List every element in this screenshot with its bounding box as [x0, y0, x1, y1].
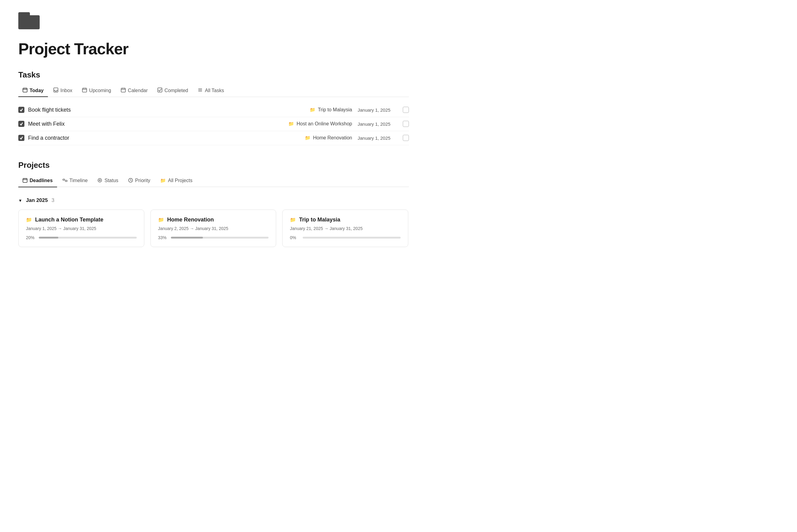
all-projects-icon: 📁	[160, 178, 166, 183]
progress-bar-fill-1	[39, 237, 58, 239]
tab-timeline[interactable]: Timeline	[58, 175, 92, 187]
table-row: Book flight tickets 📁 Trip to Malaysia J…	[18, 103, 409, 117]
svg-point-24	[98, 178, 101, 182]
inbox-icon	[53, 88, 58, 93]
all-tasks-icon	[198, 88, 203, 93]
folder-icon-project-1: 📁	[26, 217, 32, 223]
group-count: 3	[52, 197, 54, 204]
task-project-2: 📁 Host an Online Workshop	[288, 121, 352, 127]
svg-rect-0	[23, 88, 27, 92]
project-dates-2: January 2, 2025 → January 31, 2025	[158, 226, 269, 231]
projects-section-title: Projects	[18, 160, 409, 170]
svg-rect-5	[82, 88, 87, 92]
tab-today[interactable]: Today	[18, 84, 48, 97]
task-left: Find a contractor	[18, 135, 69, 141]
svg-rect-22	[63, 179, 65, 180]
progress-bar-fill-2	[171, 237, 203, 239]
folder-icon-task-1: 📁	[310, 107, 316, 113]
task-complete-checkbox-3[interactable]	[403, 135, 409, 141]
task-left: Meet with Felix	[18, 121, 65, 127]
progress-label-2: 33%	[158, 235, 168, 240]
task-project-3: 📁 Home Renovation	[305, 135, 352, 140]
calendar-icon	[121, 88, 126, 93]
folder-icon-project-3: 📁	[290, 217, 296, 223]
progress-bar-bg-1	[39, 237, 137, 239]
task-date-1: January 1, 2025	[358, 107, 397, 113]
task-checkbox-2[interactable]	[18, 121, 24, 127]
header-icon	[18, 12, 409, 31]
svg-rect-9	[121, 88, 126, 92]
group-arrow-icon: ▼	[18, 198, 22, 203]
progress-label-3: 0%	[290, 235, 300, 240]
task-right-1: 📁 Trip to Malaysia January 1, 2025	[310, 107, 409, 113]
tab-upcoming[interactable]: Upcoming	[78, 84, 115, 97]
project-card-title-1: 📁 Launch a Notion Template	[26, 216, 137, 223]
timeline-icon	[62, 178, 68, 184]
task-date-3: January 1, 2025	[358, 135, 397, 140]
tasks-tabs: Today Inbox Upcoming	[18, 84, 409, 97]
folder-icon-task-3: 📁	[305, 135, 310, 140]
tab-all-tasks[interactable]: All Tasks	[193, 84, 228, 97]
project-cards: 📁 Launch a Notion Template January 1, 20…	[18, 207, 409, 253]
task-name-1: Book flight tickets	[28, 107, 71, 113]
svg-rect-4	[54, 88, 58, 92]
upcoming-icon	[82, 88, 87, 93]
table-row: Find a contractor 📁 Home Renovation Janu…	[18, 131, 409, 145]
today-icon	[23, 88, 27, 93]
task-checkbox-1[interactable]	[18, 107, 24, 113]
tab-priority[interactable]: Priority	[124, 175, 155, 187]
task-name-3: Find a contractor	[28, 135, 69, 141]
tab-status[interactable]: Status	[93, 175, 122, 187]
tab-calendar[interactable]: Calendar	[117, 84, 152, 97]
project-dates-1: January 1, 2025 → January 31, 2025	[26, 226, 137, 231]
project-card-title-2: 📁 Home Renovation	[158, 216, 269, 223]
task-complete-checkbox-1[interactable]	[403, 107, 409, 113]
task-left: Book flight tickets	[18, 107, 71, 113]
completed-icon	[157, 88, 162, 93]
progress-bar-bg-2	[171, 237, 269, 239]
task-name-2: Meet with Felix	[28, 121, 65, 127]
project-progress-2: 33%	[158, 235, 269, 240]
status-icon	[97, 178, 102, 184]
tab-deadlines[interactable]: Deadlines	[18, 175, 57, 187]
progress-bar-bg-3	[303, 237, 401, 239]
tasks-section-title: Tasks	[18, 70, 409, 80]
project-dates-3: January 21, 2025 → January 31, 2025	[290, 226, 401, 231]
project-card-2[interactable]: 📁 Home Renovation January 2, 2025 → Janu…	[150, 210, 277, 247]
tasks-section: Tasks Today Inbox	[18, 70, 409, 145]
project-card-3[interactable]: 📁 Trip to Malaysia January 21, 2025 → Ja…	[282, 210, 408, 247]
project-progress-1: 20%	[26, 235, 137, 240]
task-complete-checkbox-2[interactable]	[403, 121, 409, 127]
group-label: Jan 2025	[26, 197, 48, 204]
project-card-1[interactable]: 📁 Launch a Notion Template January 1, 20…	[18, 210, 144, 247]
task-date-2: January 1, 2025	[358, 121, 397, 127]
deadlines-icon	[23, 178, 27, 184]
priority-icon	[128, 178, 133, 184]
svg-point-25	[99, 180, 100, 181]
page-title: Project Tracker	[18, 40, 409, 58]
project-progress-3: 0%	[290, 235, 401, 240]
folder-icon-task-2: 📁	[288, 121, 294, 127]
table-row: Meet with Felix 📁 Host an Online Worksho…	[18, 117, 409, 131]
svg-rect-23	[65, 180, 67, 182]
projects-section: Projects Deadlines Timeline	[18, 160, 409, 253]
task-right-3: 📁 Home Renovation January 1, 2025	[305, 135, 409, 141]
project-card-title-3: 📁 Trip to Malaysia	[290, 216, 401, 223]
task-project-1: 📁 Trip to Malaysia	[310, 107, 352, 113]
folder-icon-project-2: 📁	[158, 217, 164, 223]
task-list: Book flight tickets 📁 Trip to Malaysia J…	[18, 103, 409, 145]
tab-inbox[interactable]: Inbox	[49, 84, 77, 97]
tab-all-projects[interactable]: 📁 All Projects	[156, 175, 197, 187]
progress-label-1: 20%	[26, 235, 36, 240]
project-group-jan2025[interactable]: ▼ Jan 2025 3	[18, 193, 409, 207]
svg-rect-18	[23, 178, 27, 183]
task-right-2: 📁 Host an Online Workshop January 1, 202…	[288, 121, 409, 127]
task-checkbox-3[interactable]	[18, 135, 24, 141]
projects-tabs: Deadlines Timeline Status	[18, 175, 409, 187]
tab-completed[interactable]: Completed	[153, 84, 192, 97]
